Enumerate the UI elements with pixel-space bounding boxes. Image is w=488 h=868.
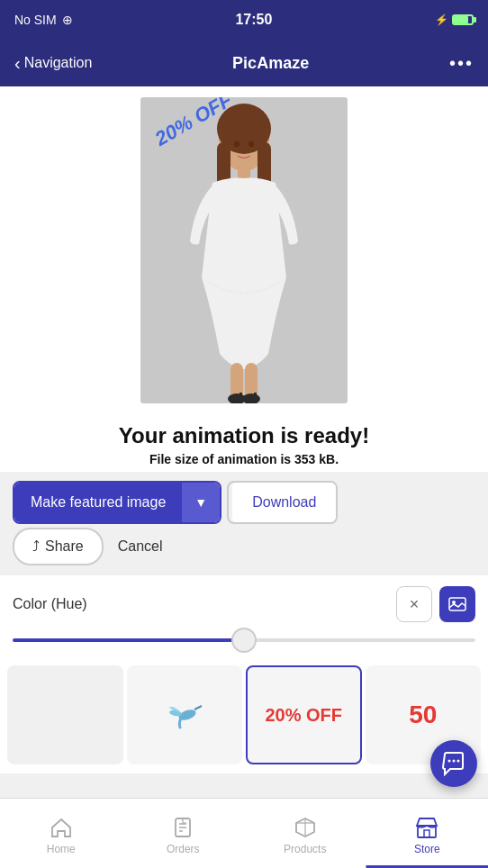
- close-color-button[interactable]: ×: [396, 586, 432, 622]
- svg-point-19: [448, 760, 451, 763]
- back-button[interactable]: ‹ Navigation: [14, 53, 92, 74]
- x-icon: ×: [410, 595, 420, 614]
- tab-orders-label: Orders: [167, 843, 200, 855]
- battery-fill: [454, 16, 468, 23]
- image-edit-icon: [447, 594, 467, 614]
- svg-point-21: [457, 760, 460, 763]
- featured-dropdown-button[interactable]: ▼: [182, 483, 220, 522]
- thumbnail-20percent-text: 20% OFF: [265, 705, 342, 726]
- bird-image: [162, 688, 207, 742]
- slider-thumb[interactable]: [231, 628, 257, 653]
- svg-rect-10: [239, 393, 242, 403]
- chat-icon: [441, 751, 466, 776]
- store-icon: [415, 816, 438, 839]
- file-size-text: File size of animation is 353 kB.: [14, 452, 474, 466]
- featured-group: Make featured image ▼: [13, 481, 221, 524]
- share-cancel-row: ⤴ Share Cancel: [13, 528, 475, 565]
- animation-ready-section: Your animation is ready! File size of an…: [0, 411, 488, 472]
- slider-track: [13, 638, 475, 642]
- download-btn-wrapper: Download: [227, 481, 338, 524]
- battery-container: ⚡: [435, 14, 474, 26]
- chat-bubble-button[interactable]: [430, 740, 477, 787]
- status-bar: No SIM ⊕ 17:50 ⚡: [0, 0, 488, 40]
- file-size-value: 353: [294, 452, 315, 466]
- thumbnails-row: 20% OFF 50: [0, 658, 488, 773]
- products-icon: [294, 816, 317, 839]
- tab-store[interactable]: Store: [366, 812, 489, 855]
- charging-icon: ⚡: [435, 14, 448, 26]
- svg-rect-11: [254, 393, 257, 403]
- color-controls: ×: [396, 586, 475, 622]
- status-left: No SIM ⊕: [14, 13, 73, 27]
- thumbnail-bird[interactable]: [127, 665, 243, 764]
- svg-point-13: [249, 141, 254, 148]
- color-section: Color (Hue) ×: [0, 574, 488, 658]
- figure-wrapper: 20% OFF: [140, 97, 348, 403]
- cancel-button[interactable]: Cancel: [104, 529, 177, 564]
- thumbnail-50-text: 50: [409, 701, 437, 729]
- color-label: Color (Hue): [13, 596, 87, 612]
- tab-bar: Home Orders Products Store: [0, 798, 488, 868]
- home-icon: [50, 816, 73, 839]
- tab-store-label: Store: [414, 843, 440, 855]
- tab-products[interactable]: Products: [244, 812, 366, 855]
- status-time: 17:50: [235, 12, 272, 28]
- tab-orders[interactable]: Orders: [122, 812, 245, 855]
- tab-home-label: Home: [47, 843, 76, 855]
- color-header: Color (Hue) ×: [13, 586, 475, 622]
- tab-home[interactable]: Home: [0, 812, 122, 855]
- nav-bar: ‹ Navigation PicAmaze •••: [0, 40, 488, 86]
- thumbnail-20percent[interactable]: 20% OFF: [246, 665, 362, 764]
- share-label: Share: [45, 538, 84, 555]
- file-size-unit: kB.: [315, 452, 339, 466]
- share-button[interactable]: ⤴ Share: [13, 528, 104, 565]
- product-image: 20% OFF: [140, 97, 348, 403]
- file-size-prefix: File size of animation is: [149, 452, 294, 466]
- animation-title: Your animation is ready!: [14, 423, 474, 448]
- orders-icon: [171, 816, 194, 839]
- download-button[interactable]: Download: [232, 483, 336, 522]
- color-hue-slider[interactable]: [13, 631, 475, 649]
- wifi-icon: ⊕: [62, 13, 73, 27]
- image-edit-button[interactable]: [439, 586, 475, 622]
- share-icon: ⤴: [32, 538, 40, 555]
- more-options-button[interactable]: •••: [449, 53, 474, 74]
- nav-title: PicAmaze: [232, 54, 309, 73]
- carrier-label: No SIM: [14, 13, 57, 27]
- thumbnail-blank[interactable]: [7, 665, 123, 764]
- svg-point-20: [453, 760, 456, 763]
- battery-icon: [452, 14, 474, 25]
- image-container: 20% OFF: [0, 86, 488, 411]
- back-chevron-icon: ‹: [14, 53, 21, 74]
- back-label[interactable]: Navigation: [24, 55, 93, 71]
- tab-products-label: Products: [284, 843, 326, 855]
- svg-rect-30: [424, 830, 429, 837]
- action-buttons-row: Make featured image ▼ Download: [13, 481, 475, 524]
- svg-point-12: [234, 141, 239, 148]
- make-featured-image-button[interactable]: Make featured image: [14, 483, 182, 522]
